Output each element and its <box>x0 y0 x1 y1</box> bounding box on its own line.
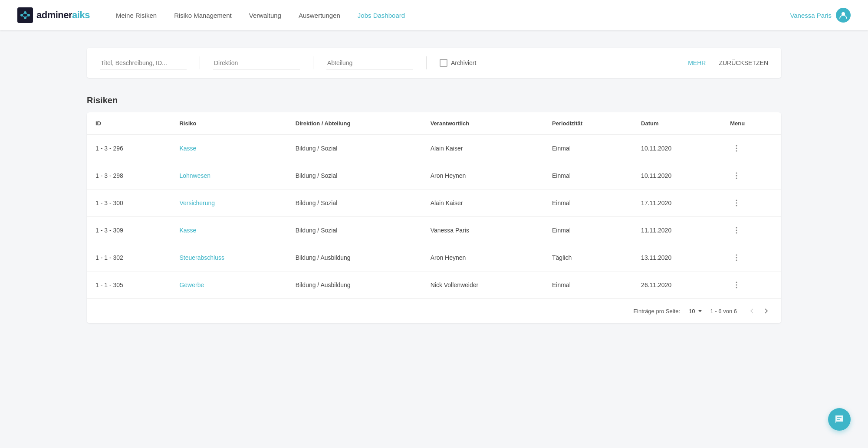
cell-periodizitat: Einmal <box>543 135 632 162</box>
direktion-input[interactable] <box>213 57 300 69</box>
cell-menu[interactable] <box>721 162 781 190</box>
cell-id: 1 - 3 - 300 <box>87 190 171 217</box>
cell-verantwortlich: Alain Kaiser <box>422 135 543 162</box>
search-input[interactable] <box>100 57 187 69</box>
cell-id: 1 - 1 - 302 <box>87 244 171 271</box>
svg-point-24 <box>736 260 737 261</box>
cell-periodizitat: Täglich <box>543 244 632 271</box>
svg-point-11 <box>736 148 737 149</box>
row-menu-button[interactable] <box>730 169 743 182</box>
mehr-button[interactable]: MEHR <box>688 59 706 66</box>
cell-datum: 11.11.2020 <box>632 217 721 244</box>
cell-verantwortlich: Aron Heynen <box>422 162 543 190</box>
svg-point-25 <box>736 282 737 283</box>
table-row: 1 - 3 - 296 Kasse Bildung / Sozial Alain… <box>87 135 781 162</box>
cell-periodizitat: Einmal <box>543 271 632 299</box>
cell-direktion-abteilung: Bildung / Sozial <box>287 190 422 217</box>
nav-links: Meine Risiken Risiko Management Verwaltu… <box>116 12 790 19</box>
table-row: 1 - 1 - 305 Gewerbe Bildung / Ausbildung… <box>87 271 781 299</box>
prev-page-button[interactable] <box>746 305 758 317</box>
divider-3 <box>426 56 427 69</box>
pagination-bar: Einträge pro Seite: 10 1 - 6 von 6 <box>87 298 781 323</box>
nav-verwaltung[interactable]: Verwaltung <box>249 12 281 19</box>
cell-datum: 13.11.2020 <box>632 244 721 271</box>
cell-risiko[interactable]: Kasse <box>171 135 286 162</box>
cell-menu[interactable] <box>721 190 781 217</box>
svg-point-18 <box>736 205 737 206</box>
col-risiko: Risiko <box>171 112 286 135</box>
cell-risiko[interactable]: Gewerbe <box>171 271 286 299</box>
cell-datum: 26.11.2020 <box>632 271 721 299</box>
archiviert-checkbox[interactable] <box>440 59 447 67</box>
col-id: ID <box>87 112 171 135</box>
row-menu-button[interactable] <box>730 278 743 291</box>
entries-per-page-value: 10 <box>689 308 695 314</box>
archiviert-label: Archiviert <box>451 59 476 66</box>
cell-periodizitat: Einmal <box>543 162 632 190</box>
divider-1 <box>200 56 200 69</box>
table-body: 1 - 3 - 296 Kasse Bildung / Sozial Alain… <box>87 135 781 299</box>
entries-label: Einträge pro Seite: <box>633 308 680 314</box>
svg-point-27 <box>736 287 737 288</box>
entries-per-page-select[interactable]: 10 <box>689 308 701 314</box>
nav-meine-risiken[interactable]: Meine Risiken <box>116 12 157 19</box>
cell-risiko[interactable]: Versicherung <box>171 190 286 217</box>
svg-point-19 <box>736 227 737 229</box>
svg-point-14 <box>736 175 737 177</box>
svg-point-21 <box>736 232 737 234</box>
cell-menu[interactable] <box>721 217 781 244</box>
cell-datum: 10.11.2020 <box>632 135 721 162</box>
cell-id: 1 - 1 - 305 <box>87 271 171 299</box>
svg-point-15 <box>736 178 737 179</box>
cell-menu[interactable] <box>721 244 781 271</box>
svg-point-17 <box>736 203 737 204</box>
svg-rect-0 <box>17 7 33 23</box>
cell-periodizitat: Einmal <box>543 190 632 217</box>
page-nav <box>746 305 773 317</box>
nav-jobs-dashboard[interactable]: Jobs Dashboard <box>358 12 405 19</box>
col-datum: Datum <box>632 112 721 135</box>
reset-button[interactable]: ZURÜCKSETZEN <box>719 59 768 66</box>
cell-verantwortlich: Aron Heynen <box>422 244 543 271</box>
main-content: Archiviert MEHR ZURÜCKSETZEN Risiken ID … <box>0 30 868 340</box>
logo[interactable]: admineraiks <box>17 7 90 23</box>
svg-point-22 <box>736 255 737 256</box>
row-menu-button[interactable] <box>730 196 743 209</box>
table-row: 1 - 3 - 300 Versicherung Bildung / Sozia… <box>87 190 781 217</box>
col-verantwortlich: Verantwortlich <box>422 112 543 135</box>
col-periodizitat: Periodizität <box>543 112 632 135</box>
row-menu-button[interactable] <box>730 251 743 264</box>
cell-id: 1 - 3 - 296 <box>87 135 171 162</box>
cell-risiko[interactable]: Lohnwesen <box>171 162 286 190</box>
risiken-table: ID Risiko Direktion / Abteilung Verantwo… <box>87 112 781 298</box>
svg-point-26 <box>736 284 737 286</box>
divider-2 <box>313 56 313 69</box>
svg-point-12 <box>736 150 737 152</box>
abteilung-input[interactable] <box>326 57 413 69</box>
cell-menu[interactable] <box>721 271 781 299</box>
svg-point-23 <box>736 257 737 258</box>
cell-periodizitat: Einmal <box>543 217 632 244</box>
table-row: 1 - 1 - 302 Steuerabschluss Bildung / Au… <box>87 244 781 271</box>
cell-risiko[interactable]: Kasse <box>171 217 286 244</box>
cell-direktion-abteilung: Bildung / Ausbildung <box>287 244 422 271</box>
nav-risiko-management[interactable]: Risiko Management <box>174 12 232 19</box>
cell-direktion-abteilung: Bildung / Sozial <box>287 135 422 162</box>
row-menu-button[interactable] <box>730 142 743 155</box>
cell-risiko[interactable]: Steuerabschluss <box>171 244 286 271</box>
table-row: 1 - 3 - 309 Kasse Bildung / Sozial Vanes… <box>87 217 781 244</box>
svg-point-16 <box>736 200 737 201</box>
table-head: ID Risiko Direktion / Abteilung Verantwo… <box>87 112 781 135</box>
cell-id: 1 - 3 - 309 <box>87 217 171 244</box>
cell-direktion-abteilung: Bildung / Sozial <box>287 217 422 244</box>
row-menu-button[interactable] <box>730 224 743 237</box>
logo-text: admineraiks <box>36 10 90 21</box>
section-title: Risiken <box>87 95 781 105</box>
next-page-button[interactable] <box>760 305 773 317</box>
cell-menu[interactable] <box>721 135 781 162</box>
cell-datum: 17.11.2020 <box>632 190 721 217</box>
nav-auswertungen[interactable]: Auswertungen <box>299 12 340 19</box>
table-container: ID Risiko Direktion / Abteilung Verantwo… <box>87 112 781 323</box>
user-menu[interactable]: Vanessa Paris <box>790 8 851 23</box>
cell-direktion-abteilung: Bildung / Sozial <box>287 162 422 190</box>
